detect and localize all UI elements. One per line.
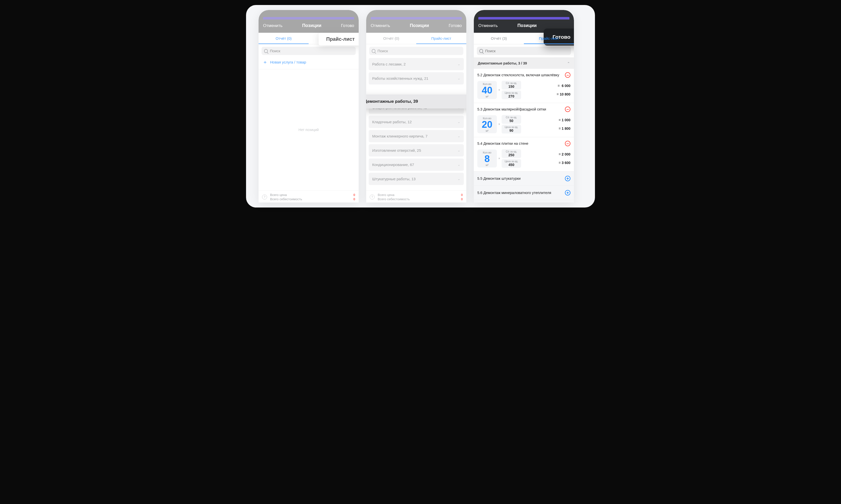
cost-box[interactable]: С/с за ед.250 <box>502 149 521 158</box>
category-label: Изготовление отверстий, 25 <box>372 148 421 152</box>
search-input[interactable] <box>485 49 568 53</box>
category-label: Работы хозяйственных нужд, 21 <box>372 76 428 80</box>
totals-column: = 6 000 = 10 800 <box>557 84 570 96</box>
totals-footer: ? Всего цена0 Всего себестоимость0 <box>259 190 359 202</box>
price-label: Цена за ед. <box>504 126 519 128</box>
quantity-box[interactable]: Кол-во 20 м² <box>477 115 497 133</box>
line-price-total: 10 800 <box>560 92 570 96</box>
remove-item-button[interactable]: – <box>565 72 570 78</box>
item-title: 5.3 Демонтаж малярной/фасадной сетки <box>477 107 546 111</box>
tab-bar: Отчёт (0) Прайс-лист Прайс-лист <box>259 33 359 44</box>
tab-report[interactable]: Отчёт (3) <box>474 33 524 44</box>
line-price-total: 1 800 <box>562 126 570 130</box>
cost-label: С/с за ед. <box>504 82 519 85</box>
chevron-down-icon: ⌄ <box>458 163 460 166</box>
category-label: Монтаж клинкерного кирпича, 7 <box>372 134 428 138</box>
total-cost-label: Всего себестоимость <box>378 197 410 201</box>
done-button[interactable]: Готово <box>341 23 355 28</box>
category-row[interactable]: Изготовление отверстий, 25⌄ <box>369 144 464 157</box>
search-input[interactable] <box>377 49 461 53</box>
line-price-total: 3 600 <box>562 161 570 165</box>
nav-title: Позиции <box>517 23 537 28</box>
remove-item-button[interactable]: – <box>565 141 570 146</box>
progress-bar <box>371 17 462 19</box>
chevron-down-icon: ⌄ <box>458 148 460 152</box>
totals-footer: ? Всего цена0 Всего себестоимость0 <box>366 190 466 202</box>
empty-state: Нет позиций <box>259 69 359 190</box>
line-cost-total: 1 000 <box>562 118 570 122</box>
cancel-button[interactable]: Отменить <box>478 23 498 28</box>
category-highlight-label: Демонтажные работы, 39 <box>366 99 418 104</box>
category-row[interactable]: Кондиционирование, 67⌄ <box>369 159 464 171</box>
search-icon <box>479 49 483 53</box>
category-row[interactable]: Работы хозяйственных нужд, 21⌄ <box>369 72 464 85</box>
new-item-button[interactable]: ＋ Новая услуга / товар <box>259 55 359 69</box>
category-label: Кладочные работы, 12 <box>372 120 412 124</box>
progress-bar <box>263 17 354 19</box>
plus-icon: ＋ <box>262 59 268 65</box>
done-button[interactable]: Готово <box>449 23 462 28</box>
search-field[interactable] <box>369 47 463 55</box>
phone-top-bar: Отменить Позиции Готово <box>259 10 359 33</box>
item-list: 5.2 Демонтаж стеклохолста, включая шпакл… <box>474 69 574 202</box>
multiply-icon: × <box>497 88 501 92</box>
multiply-icon: × <box>497 157 501 160</box>
category-highlight[interactable]: Демонтажные работы, 39 ⌄ <box>366 94 466 108</box>
cancel-button[interactable]: Отменить <box>263 23 282 28</box>
category-list: Работа с лесами, 2⌄ Работы хозяйственных… <box>366 55 466 185</box>
category-header-expanded[interactable]: Демонтажные работы, 3 / 39 ⌃ <box>474 57 574 69</box>
qty-unit: м² <box>478 129 496 132</box>
category-row[interactable]: Штукатурные работы, 13⌄ <box>369 173 464 185</box>
item-title: 5.5 Демонтаж штукатурки <box>477 177 521 180</box>
price-box[interactable]: Цена за ед.450 <box>502 159 521 168</box>
chevron-down-icon: ⌄ <box>458 76 460 80</box>
quantity-box[interactable]: Кол-во 8 м² <box>477 149 497 167</box>
tab-bar: Отчёт (0) Прайс-лист <box>366 33 466 44</box>
search-icon <box>264 49 268 53</box>
price-box[interactable]: Цена за ед.270 <box>502 90 521 99</box>
nav-title: Позиции <box>410 23 429 28</box>
category-row[interactable]: Монтаж клинкерного кирпича, 7⌄ <box>369 130 464 142</box>
chevron-down-icon: ⌄ <box>458 120 460 124</box>
search-input[interactable] <box>270 49 353 53</box>
tab-pricelist[interactable]: Прайс-лист <box>416 33 466 44</box>
total-cost-value: 0 <box>461 197 463 201</box>
price-box[interactable]: Цена за ед.90 <box>502 125 521 133</box>
nav-title: Позиции <box>302 23 321 28</box>
category-label: Штукатурные работы, 13 <box>372 177 415 181</box>
tab-pricelist[interactable]: Прайс-лист <box>524 33 574 44</box>
search-field[interactable] <box>261 47 356 55</box>
search-field[interactable] <box>477 47 571 55</box>
remove-item-button[interactable]: – <box>565 107 570 112</box>
tab-report[interactable]: Отчёт (0) <box>366 33 416 44</box>
chevron-down-icon: ⌄ <box>458 177 460 181</box>
nav-bar: Отменить Позиции Готово <box>259 19 359 33</box>
add-item-button[interactable]: + <box>565 176 570 181</box>
cost-box[interactable]: С/с за ед.150 <box>502 81 521 90</box>
quantity-box[interactable]: Кол-во 40 м² <box>477 81 497 99</box>
tab-bar: Отчёт (3) Прайс-лист <box>474 33 574 44</box>
total-cost-label: Всего себестоимость <box>270 197 302 201</box>
category-row[interactable]: Кладочные работы, 12⌄ <box>369 116 464 128</box>
qty-value: 20 <box>478 120 496 129</box>
help-icon[interactable]: ? <box>370 195 375 199</box>
cost-label: С/с за ед. <box>504 116 519 119</box>
qty-value: 40 <box>478 86 496 95</box>
tab-report[interactable]: Отчёт (0) <box>259 33 309 44</box>
progress-bar <box>478 17 569 19</box>
total-cost-value: 0 <box>354 197 355 201</box>
cancel-button[interactable]: Отменить <box>371 23 390 28</box>
cost-value: 250 <box>504 153 519 157</box>
cost-label: С/с за ед. <box>504 150 519 153</box>
cost-value: 150 <box>504 85 519 89</box>
cost-value: 50 <box>504 119 519 123</box>
qty-unit: м² <box>478 95 496 98</box>
search-icon <box>372 49 375 53</box>
item-title: 5.2 Демонтаж стеклохолста, включая шпакл… <box>477 73 559 77</box>
phone-screen-3: Отменить Позиции Готово Готово Отчёт (3)… <box>474 10 574 202</box>
help-icon[interactable]: ? <box>262 195 267 199</box>
category-label: Работа с лесами, 2 <box>372 62 406 66</box>
cost-box[interactable]: С/с за ед.50 <box>502 115 521 124</box>
add-item-button[interactable]: + <box>565 190 570 196</box>
category-row[interactable]: Работа с лесами, 2⌄ <box>369 58 464 70</box>
